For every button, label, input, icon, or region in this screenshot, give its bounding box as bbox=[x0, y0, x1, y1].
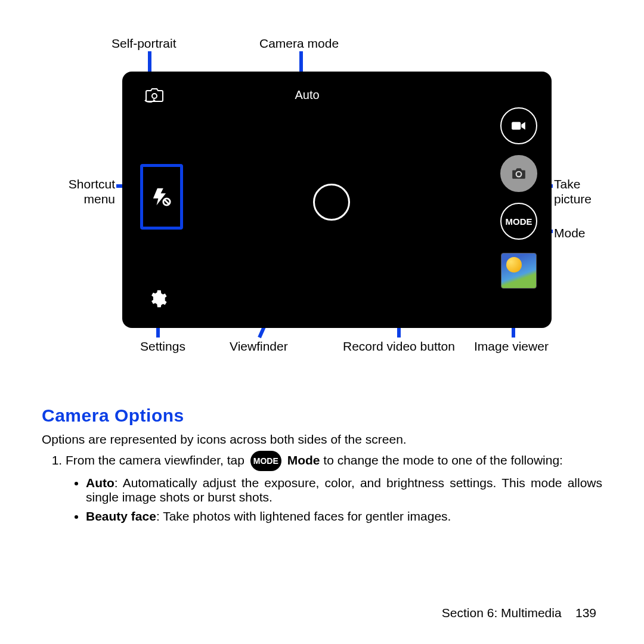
viewfinder-focus-ring[interactable] bbox=[313, 184, 350, 221]
take-picture-button[interactable] bbox=[500, 155, 537, 192]
section-heading: Camera Options bbox=[42, 405, 602, 426]
mode-bullets: Auto: Automatically adjust the exposure,… bbox=[66, 476, 602, 524]
svg-line-12 bbox=[164, 199, 169, 205]
settings-icon[interactable] bbox=[147, 289, 168, 311]
camera-mode-label[interactable]: Auto bbox=[134, 88, 480, 102]
bullet-beauty: Beauty face: Take photos with lightened … bbox=[86, 509, 602, 524]
page-footer: Section 6: Multimedia 139 bbox=[442, 606, 596, 620]
callout-record-video: Record video button bbox=[343, 339, 455, 354]
record-video-button[interactable] bbox=[500, 107, 537, 144]
bullet-auto: Auto: Automatically adjust the exposure,… bbox=[86, 476, 602, 504]
callout-take-picture: Take picture bbox=[554, 177, 592, 206]
right-button-stack: MODE bbox=[500, 107, 537, 289]
manual-page: Self-portrait Camera mode Shortcut menu … bbox=[0, 0, 644, 644]
intro-text: Options are represented by icons across … bbox=[42, 432, 602, 447]
callout-self-portrait: Self-portrait bbox=[112, 36, 177, 51]
mode-button[interactable]: MODE bbox=[500, 203, 537, 240]
mode-pill-icon: MODE bbox=[250, 451, 281, 471]
step-list: From the camera viewfinder, tap MODE Mod… bbox=[42, 451, 602, 524]
camera-diagram: Self-portrait Camera mode Shortcut menu … bbox=[63, 36, 581, 376]
svg-rect-13 bbox=[512, 122, 521, 130]
callout-shortcut-menu: Shortcut menu bbox=[63, 177, 115, 206]
callout-image-viewer: Image viewer bbox=[474, 339, 549, 354]
callout-viewfinder: Viewfinder bbox=[230, 339, 288, 354]
camera-screen: Auto MODE bbox=[134, 83, 540, 316]
camera-phone-mockup: Auto MODE bbox=[122, 72, 552, 328]
callout-mode: Mode bbox=[554, 225, 586, 240]
callout-settings: Settings bbox=[140, 339, 185, 354]
callout-camera-mode: Camera mode bbox=[259, 36, 339, 51]
shortcut-menu-icon[interactable] bbox=[140, 164, 183, 230]
step-1: From the camera viewfinder, tap MODE Mod… bbox=[66, 451, 602, 524]
image-viewer-thumbnail[interactable] bbox=[501, 253, 537, 289]
